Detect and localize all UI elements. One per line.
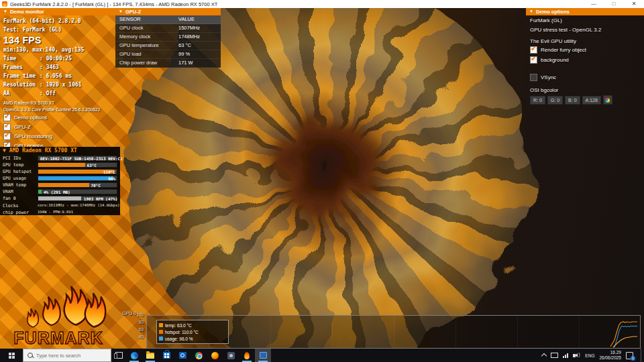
- y-tick: 40: [130, 335, 144, 339]
- clocks-row: Clocks core:1611MHz - mem:1746MHz (14.0G…: [0, 202, 120, 209]
- gpu-monitoring-panel: ▼ AMD Radeon RX 5700 XT PCI IDs DEV:1002…: [0, 147, 120, 215]
- vram-usage-row: VRAM 4% (291 MB): [0, 188, 120, 195]
- taskbar-file-explorer[interactable]: [142, 349, 158, 362]
- taskbar-outlook[interactable]: [174, 349, 191, 362]
- taskbar-gpuz[interactable]: [223, 349, 239, 362]
- checkbox-icon[interactable]: ✔: [530, 56, 537, 64]
- y-tick: 80: [130, 320, 144, 324]
- display-icon[interactable]: [551, 353, 558, 358]
- close-button[interactable]: ✕: [624, 0, 644, 8]
- gpuz-table-header: SENSORVALUE: [115, 15, 221, 24]
- minimize-button[interactable]: —: [584, 0, 604, 8]
- network-icon[interactable]: [563, 353, 568, 358]
- flame-icon: [244, 352, 250, 359]
- clock[interactable]: 16.29 26/06/2025: [599, 350, 621, 361]
- microsoft-store-icon: [163, 352, 170, 359]
- firefox-icon: [211, 352, 219, 359]
- window-title: Geeks3D FurMark 2.8.2.0 - [ FurMark (GL)…: [10, 1, 217, 7]
- temp-legend-swatch: [159, 323, 163, 327]
- demo-options-panel: FurMark (GL) GPU stress test - OpenGL 3.…: [530, 16, 641, 110]
- collapse-arrow-icon: ▼: [119, 8, 123, 15]
- taskbar-firefox[interactable]: [207, 349, 223, 362]
- edge-icon: [131, 352, 138, 359]
- hidden-icons-chevron-icon[interactable]: [541, 353, 547, 359]
- frametime-value: : 6.956 ms: [40, 73, 72, 79]
- y-tick: 100: [130, 312, 144, 317]
- windows-logo-icon: [9, 353, 15, 359]
- notification-badge: 1: [631, 356, 635, 361]
- aa-value: : Off: [40, 90, 56, 97]
- checkbox-demo-options[interactable]: ✔ Demo options: [3, 114, 47, 121]
- taskbar-edge[interactable]: [126, 349, 142, 362]
- taskbar-search[interactable]: [23, 349, 111, 362]
- bgcolor-r-button[interactable]: R: 0: [530, 96, 545, 105]
- gpuz-header[interactable]: ▼ GPU-Z: [115, 8, 221, 15]
- furmark-window-icon: [260, 352, 267, 359]
- date: 26/06/2025: [599, 355, 621, 361]
- checkbox-render-furry-object[interactable]: ✔ Render furry object: [530, 46, 586, 54]
- time: 16.29: [599, 350, 621, 355]
- chip-power-row: chip power 194W - PPW:0.691: [0, 209, 120, 216]
- checkbox-vsync[interactable]: VSync: [530, 74, 556, 81]
- checkbox-icon[interactable]: ✔: [3, 133, 11, 140]
- file-explorer-icon: [146, 353, 154, 359]
- bgcolor-controls: R: 0 G: 0 B: 0 A:128: [530, 95, 612, 105]
- task-view-button[interactable]: [111, 349, 126, 362]
- checkbox-icon[interactable]: [530, 74, 537, 81]
- hotspot-legend-swatch: [159, 330, 163, 334]
- bgcolor-picker-icon[interactable]: [603, 95, 612, 105]
- bgcolor-label: OSI bgcolor: [530, 87, 558, 93]
- time-value: : 00:00:25: [40, 56, 72, 62]
- options-tagline: The Evil GPU utility: [530, 38, 576, 44]
- checkbox-gpuz[interactable]: ✔ GPU-Z: [3, 123, 31, 131]
- gpuz-panel: SENSORVALUE GPU clock1507MHz Memory cloc…: [115, 15, 221, 68]
- demo-options-header[interactable]: ▼ Demo options: [526, 8, 644, 15]
- maximize-button[interactable]: □: [604, 0, 624, 8]
- checkbox-gpu-monitoring[interactable]: ✔ GPU monitoring: [3, 133, 52, 140]
- options-subtitle: GPU stress test - OpenGL 3.2: [530, 27, 601, 33]
- app-version-line: FurMark (64-bit) 2.8.2.0: [3, 18, 81, 24]
- show-desktop-button[interactable]: [641, 349, 644, 362]
- title-bar: Geeks3D FurMark 2.8.2.0 - [ FurMark (GL)…: [0, 0, 644, 8]
- gpu-name-line: AMD Radeon RX 5700 XT: [3, 101, 54, 105]
- taskbar-chrome[interactable]: [191, 349, 207, 362]
- options-title: FurMark (GL): [530, 17, 562, 23]
- taskbar-apps: [126, 349, 271, 362]
- table-row: Chip power draw171 W: [115, 59, 221, 68]
- graph-series-lines: [609, 316, 639, 348]
- furmark-app-window: Geeks3D FurMark 2.8.2.0 - [ FurMark (GL)…: [0, 0, 644, 362]
- gpu-monitoring-title[interactable]: ▼ AMD Radeon RX 5700 XT: [3, 147, 77, 154]
- demo-monitor-header[interactable]: ▼ Demo monitor: [0, 8, 115, 15]
- taskbar-furmark[interactable]: [239, 349, 255, 362]
- language-indicator[interactable]: ENG: [585, 353, 594, 358]
- action-center-icon[interactable]: 1: [626, 352, 633, 359]
- checkbox-icon[interactable]: ✔: [3, 114, 11, 121]
- checkbox-background[interactable]: ✔ background: [530, 56, 569, 64]
- table-row: Memory clock1748MHz: [115, 33, 221, 42]
- gpu-hotspot-row: GPU hotspot 110°C: [0, 168, 120, 175]
- frames-value: : 3463: [40, 64, 59, 70]
- checkbox-icon[interactable]: ✔: [530, 46, 537, 54]
- pci-ids-row: PCI IDs DEV:1002-731F SUB:1458-2313 REV:…: [0, 155, 120, 162]
- outlook-icon: [179, 352, 186, 359]
- graph-legend: temp: 63.0 °C hotspot: 110.0 °C usage: 9…: [156, 320, 229, 344]
- fps-stats: min:130, max:140, avg:135: [3, 47, 84, 53]
- bgcolor-g-button[interactable]: G: 0: [547, 96, 563, 105]
- taskbar-furmark-window[interactable]: [255, 349, 271, 362]
- vram-temp-row: VRAM temp 70°C: [0, 182, 120, 188]
- start-button[interactable]: [0, 349, 23, 362]
- taskbar-store[interactable]: [158, 349, 174, 362]
- gpuz-icon: [227, 352, 235, 359]
- furmark-logo: FURMARK: [1, 278, 115, 347]
- furmark-logo-text: FURMARK: [13, 328, 103, 347]
- volume-icon[interactable]: [573, 354, 576, 357]
- task-view-icon: [115, 352, 123, 359]
- fps-counter: 134 FPS: [3, 35, 42, 46]
- checkbox-icon[interactable]: ✔: [3, 123, 11, 131]
- chrome-icon: [195, 352, 203, 359]
- bgcolor-b-button[interactable]: B: 0: [565, 96, 580, 105]
- bgcolor-a-button[interactable]: A:128: [582, 96, 601, 105]
- search-input[interactable]: [35, 352, 105, 359]
- system-tray: ENG 16.29 26/06/2025 1: [542, 349, 644, 362]
- search-icon: [28, 353, 33, 358]
